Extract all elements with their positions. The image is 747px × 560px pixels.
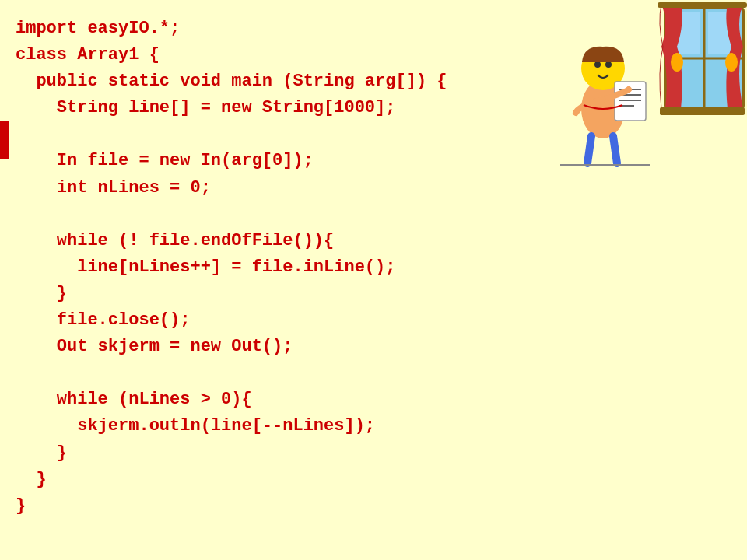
code-line-9: line[nLines++] = file.inLine(); (16, 254, 731, 281)
code-line-14: while (nLines > 0){ (16, 387, 731, 413)
code-line-15: skjerm.outln(line[--nLines]); (16, 413, 731, 439)
illustration-area (514, 0, 747, 171)
code-line-16: } (16, 440, 731, 467)
code-line-17: } (16, 467, 731, 493)
code-line-10: } (16, 281, 731, 307)
code-line-6: int nLines = 0; (16, 175, 731, 201)
code-line-18: } (16, 493, 731, 520)
code-line-13 (16, 360, 731, 387)
code-line-7 (16, 201, 731, 228)
code-line-11: file.close(); (16, 307, 731, 334)
svg-rect-14 (658, 2, 747, 8)
code-line-12: Out skjerm = new Out(); (16, 334, 731, 360)
svg-point-15 (671, 53, 683, 72)
bookmark-decoration (0, 121, 9, 159)
decorative-svg (514, 0, 747, 171)
svg-point-2 (594, 61, 601, 68)
svg-point-3 (605, 61, 612, 68)
code-line-8: while (! file.endOfFile()){ (16, 228, 731, 254)
svg-rect-17 (660, 107, 745, 115)
svg-point-16 (725, 53, 738, 72)
